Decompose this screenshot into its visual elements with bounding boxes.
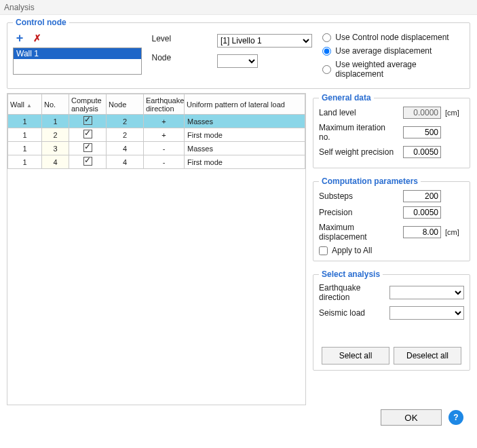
- general-data-group: General data Land level [cm] Maximum ite…: [313, 93, 470, 168]
- ok-button[interactable]: OK: [381, 409, 442, 426]
- radio-weighted-avg-disp[interactable]: Use weighted average displacement: [322, 60, 464, 79]
- level-label: Level: [151, 34, 211, 43]
- cell-node[interactable]: 2: [107, 128, 144, 142]
- cell-eq[interactable]: -: [144, 142, 185, 155]
- table-row[interactable]: 134-Masses: [8, 142, 305, 155]
- cell-pattern[interactable]: Masses: [185, 115, 305, 128]
- radio-control-node-disp[interactable]: Use Control node displacement: [322, 33, 464, 42]
- cell-wall[interactable]: 1: [8, 128, 42, 142]
- land-level-input: [403, 107, 441, 119]
- general-data-legend: General data: [319, 93, 374, 102]
- control-node-legend: Control node: [13, 18, 69, 27]
- node-select[interactable]: [217, 54, 258, 68]
- self-weight-input[interactable]: [403, 146, 441, 158]
- land-level-label: Land level: [319, 108, 399, 117]
- cell-pattern[interactable]: First mode: [185, 155, 305, 169]
- max-disp-label: Maximum displacement: [319, 223, 399, 242]
- max-disp-unit: [cm]: [445, 228, 464, 236]
- eq-dir-select[interactable]: [389, 286, 464, 299]
- checkbox-icon[interactable]: [83, 143, 92, 152]
- substeps-label: Substeps: [319, 191, 399, 201]
- cell-no[interactable]: 4: [42, 155, 69, 169]
- max-disp-input[interactable]: [403, 226, 441, 238]
- apply-all-checkbox[interactable]: [319, 246, 328, 255]
- table-row[interactable]: 112+Masses: [8, 115, 305, 128]
- max-iter-label: Maximum iteration no.: [319, 123, 399, 142]
- seismic-load-select[interactable]: [389, 306, 464, 320]
- cell-node[interactable]: 4: [107, 142, 144, 155]
- col-header-pattern[interactable]: Uniform pattern of lateral load: [185, 94, 305, 115]
- close-icon[interactable]: [461, 0, 473, 14]
- cell-eq[interactable]: +: [144, 128, 185, 142]
- eq-dir-label: Earthquake direction: [319, 283, 385, 302]
- select-all-button[interactable]: Select all: [322, 347, 389, 365]
- wall-list[interactable]: Wall 1: [13, 48, 142, 75]
- cell-compute[interactable]: [69, 155, 107, 169]
- col-header-eq[interactable]: Earthquake direction: [144, 94, 185, 115]
- analysis-table-wrap: Wall▲ No. Compute analysis Node Earthqua…: [7, 93, 306, 405]
- select-analysis-legend: Select analysis: [319, 269, 383, 279]
- deselect-all-button[interactable]: Deselect all: [394, 347, 461, 365]
- node-label: Node: [151, 53, 211, 62]
- table-row[interactable]: 122+First mode: [8, 128, 305, 142]
- add-button[interactable]: +: [13, 31, 26, 45]
- analysis-table[interactable]: Wall▲ No. Compute analysis Node Earthqua…: [7, 94, 305, 169]
- apply-all-label: Apply to All: [332, 246, 372, 255]
- cell-no[interactable]: 1: [42, 115, 69, 128]
- max-iter-input[interactable]: [403, 126, 441, 138]
- cell-node[interactable]: 2: [107, 115, 144, 128]
- cell-no[interactable]: 2: [42, 128, 69, 142]
- col-header-no[interactable]: No.: [42, 94, 69, 115]
- seismic-load-label: Seismic load: [319, 308, 385, 318]
- col-header-compute[interactable]: Compute analysis: [69, 94, 107, 115]
- checkbox-icon[interactable]: [83, 130, 92, 138]
- delete-x-icon: ✗: [33, 33, 41, 43]
- radio-avg-disp[interactable]: Use average displacement: [322, 46, 464, 56]
- level-select[interactable]: [1] Livello 1: [217, 34, 312, 48]
- cell-eq[interactable]: -: [144, 155, 185, 169]
- cell-pattern[interactable]: Masses: [185, 142, 305, 155]
- cell-wall[interactable]: 1: [8, 115, 42, 128]
- sort-asc-icon: ▲: [26, 102, 32, 109]
- control-node-group: Control node + ✗ Wall 1 Level Node [1] L…: [7, 18, 470, 89]
- comp-params-legend: Computation parameters: [319, 176, 421, 186]
- select-analysis-group: Select analysis Earthquake direction Sei…: [313, 269, 470, 371]
- cell-node[interactable]: 4: [107, 155, 144, 169]
- cell-wall[interactable]: 1: [8, 142, 42, 155]
- delete-button[interactable]: ✗: [31, 31, 44, 45]
- cell-no[interactable]: 3: [42, 142, 69, 155]
- self-weight-label: Self weight precision: [319, 147, 399, 157]
- col-header-node[interactable]: Node: [107, 94, 144, 115]
- checkbox-icon[interactable]: [83, 116, 92, 125]
- titlebar: Analysis: [0, 0, 477, 15]
- land-level-unit: [cm]: [445, 109, 464, 117]
- checkbox-icon[interactable]: [83, 157, 92, 166]
- cell-compute[interactable]: [69, 115, 107, 128]
- table-row[interactable]: 144-First mode: [8, 155, 305, 169]
- cell-eq[interactable]: +: [144, 115, 185, 128]
- window-title: Analysis: [4, 0, 35, 14]
- help-icon[interactable]: ?: [449, 410, 463, 425]
- cell-wall[interactable]: 1: [8, 155, 42, 169]
- wall-list-item[interactable]: Wall 1: [14, 48, 141, 59]
- comp-params-group: Computation parameters Substeps Precisio…: [313, 176, 470, 261]
- precision-input[interactable]: [403, 206, 441, 219]
- substeps-input[interactable]: [403, 190, 441, 202]
- col-header-wall[interactable]: Wall▲: [8, 94, 42, 115]
- cell-pattern[interactable]: First mode: [185, 128, 305, 142]
- cell-compute[interactable]: [69, 128, 107, 142]
- plus-icon: +: [16, 33, 24, 43]
- cell-compute[interactable]: [69, 142, 107, 155]
- precision-label: Precision: [319, 208, 399, 217]
